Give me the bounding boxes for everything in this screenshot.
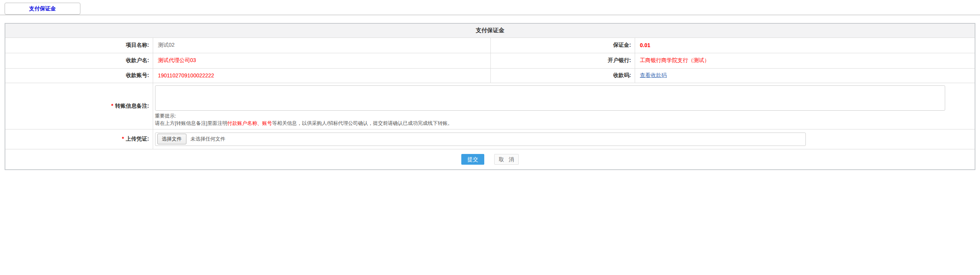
cancel-button[interactable]: 取 消 [494, 154, 519, 165]
account-no-value: 1901102709100022222 [158, 72, 214, 79]
deposit-form-table: 支付保证金 项目名称: 测试02 保证金: 0.01 收款户名: 测试代理公司0… [5, 23, 975, 170]
table-header-row: 支付保证金 [5, 23, 975, 38]
qr-code-label: 收款码: [490, 68, 635, 83]
bank-value: 工商银行商学院支行（测试） [640, 57, 710, 63]
upload-required-asterisk: * [122, 136, 124, 142]
row-buttons: 提交 取 消 [5, 149, 975, 170]
upload-label: 上传凭证: [126, 136, 149, 142]
hint-line1: 重要提示: [155, 112, 975, 119]
file-input-box[interactable]: 选择文件 未选择任何文件 [155, 133, 806, 146]
tab-bar: 支付保证金 [0, 0, 980, 15]
deposit-label: 保证金: [490, 38, 635, 53]
project-name-label: 项目名称: [5, 38, 153, 53]
payee-name-label: 收款户名: [5, 53, 153, 68]
account-no-label: 收款账号: [5, 68, 153, 83]
tab-pay-deposit[interactable]: 支付保证金 [5, 3, 80, 15]
row-payee-bank: 收款户名: 测试代理公司03 开户银行: 工商银行商学院支行（测试） [5, 53, 975, 68]
remark-label: 转账信息备注: [115, 103, 149, 109]
form-title: 支付保证金 [5, 23, 975, 38]
important-hint: 重要提示: 请在上方[转账信息备注]里面注明付款账户名称、账号等相关信息，以供采… [155, 112, 975, 127]
choose-file-button[interactable]: 选择文件 [157, 134, 186, 144]
project-name-value: 测试02 [153, 38, 490, 53]
row-project-deposit: 项目名称: 测试02 保证金: 0.01 [5, 38, 975, 53]
view-qr-code-link[interactable]: 查看收款码 [640, 72, 667, 78]
payee-name-value: 测试代理公司03 [158, 57, 196, 63]
row-upload: *上传凭证: 选择文件 未选择任何文件 [5, 129, 975, 149]
remark-textarea[interactable] [155, 85, 945, 111]
row-account-qr: 收款账号: 1901102709100022222 收款码: 查看收款码 [5, 68, 975, 83]
pay-deposit-panel: 支付保证金 项目名称: 测试02 保证金: 0.01 收款户名: 测试代理公司0… [5, 23, 975, 170]
hint-line2: 请在上方[转账信息备注]里面注明付款账户名称、账号等相关信息，以供采购人/招标代… [155, 119, 975, 127]
hint-red-text: 付款账户名称、账号 [227, 120, 272, 126]
submit-button[interactable]: 提交 [461, 154, 484, 165]
deposit-value: 0.01 [640, 42, 650, 48]
bank-label: 开户银行: [490, 53, 635, 68]
row-remark: *转账信息备注: 重要提示: 请在上方[转账信息备注]里面注明付款账户名称、账号… [5, 83, 975, 129]
remark-required-asterisk: * [111, 103, 113, 109]
file-status-text: 未选择任何文件 [191, 136, 225, 142]
